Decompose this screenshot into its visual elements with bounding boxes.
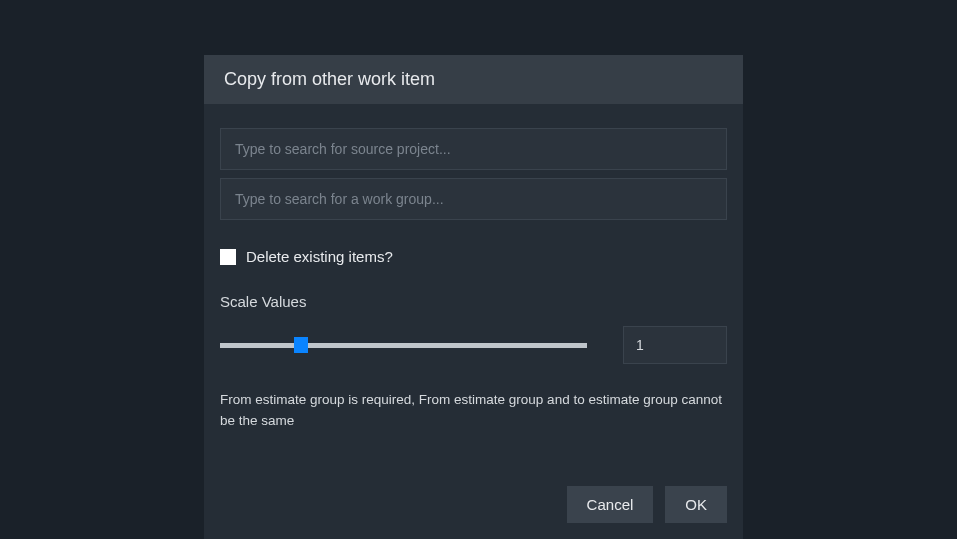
dialog-title: Copy from other work item <box>204 55 743 104</box>
scale-row <box>220 326 727 364</box>
dialog-footer: Cancel OK <box>204 468 743 539</box>
dialog-body: Delete existing items? Scale Values From… <box>204 104 743 448</box>
validation-error-text: From estimate group is required, From es… <box>220 390 727 432</box>
ok-button[interactable]: OK <box>665 486 727 523</box>
slider-thumb[interactable] <box>294 337 308 353</box>
work-group-search-input[interactable] <box>220 178 727 220</box>
delete-existing-label: Delete existing items? <box>246 248 393 265</box>
scale-values-label: Scale Values <box>220 293 727 310</box>
delete-existing-row: Delete existing items? <box>220 248 727 265</box>
source-project-search-input[interactable] <box>220 128 727 170</box>
scale-slider[interactable] <box>220 337 587 353</box>
scale-value-input[interactable] <box>623 326 727 364</box>
delete-existing-checkbox[interactable] <box>220 249 236 265</box>
copy-work-item-dialog: Copy from other work item Delete existin… <box>204 55 743 539</box>
cancel-button[interactable]: Cancel <box>567 486 654 523</box>
slider-track <box>220 343 587 348</box>
